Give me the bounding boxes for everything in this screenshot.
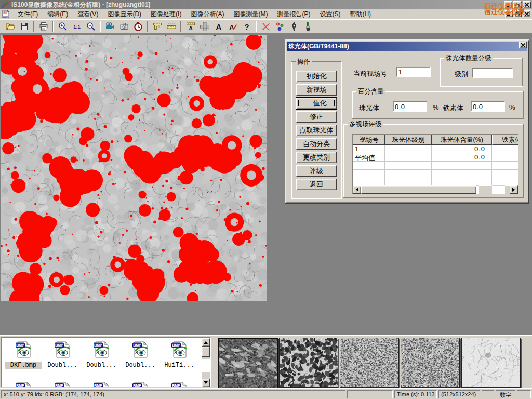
menu-item[interactable]: 图像测量(M) <box>229 9 272 20</box>
table-row[interactable] <box>353 170 518 178</box>
mode-panel: 数字 <box>496 390 515 398</box>
table-header[interactable]: 珠光体级别 <box>385 135 432 145</box>
operations-group-label: 操作 <box>296 58 312 66</box>
bmp-file-icon: BMP <box>170 352 188 361</box>
current-field-input[interactable] <box>396 66 431 77</box>
file-item-partial[interactable]: BMP <box>122 380 159 387</box>
menu-item[interactable]: 编辑(E) <box>43 9 73 20</box>
snapshot-button[interactable] <box>117 20 131 33</box>
actual-size-button[interactable]: 1:1 <box>70 20 84 33</box>
file-item[interactable]: BMPHuiTi... <box>161 340 198 369</box>
menu-item[interactable]: 测量报告(P) <box>272 9 315 20</box>
child-restore-button[interactable] <box>514 10 522 17</box>
sample-thumb-4[interactable] <box>401 338 460 388</box>
svg-text:BMP: BMP <box>55 343 63 347</box>
print-button[interactable] <box>36 20 50 33</box>
file-scroll-up[interactable] <box>202 338 210 347</box>
document-icon[interactable]: DOC <box>2 10 10 18</box>
op-button[interactable]: 评级 <box>296 165 337 177</box>
table-header[interactable]: 珠光体含量(%) <box>432 135 492 145</box>
scrollbar-thumb[interactable] <box>361 185 476 194</box>
zoom-in-button[interactable] <box>56 20 70 33</box>
save-button[interactable] <box>17 20 31 33</box>
text-tool-button[interactable]: A <box>211 20 225 33</box>
op-button[interactable]: 更改类别 <box>296 152 337 163</box>
sample-thumb-5[interactable] <box>461 338 521 388</box>
grid-tool-icon <box>200 21 210 32</box>
file-item-partial[interactable]: BMP <box>44 380 81 387</box>
zoom-out-button[interactable] <box>84 20 98 33</box>
file-item-partial[interactable]: BMP <box>83 380 120 387</box>
file-scroll-track[interactable] <box>202 357 210 379</box>
annotate-button[interactable]: A <box>225 20 240 33</box>
table-header[interactable]: 视场号 <box>353 135 385 145</box>
scrollbar-track[interactable] <box>476 185 510 194</box>
table-cell: 1 <box>353 145 385 153</box>
menu-item[interactable]: 图像处理(I) <box>146 9 186 20</box>
timer-button[interactable] <box>131 20 145 33</box>
menu-item[interactable]: 查看(V) <box>73 9 103 20</box>
time-panel: Time (s): 0.113 <box>394 390 437 398</box>
op-button[interactable]: 初始化 <box>296 71 337 82</box>
scroll-left-button[interactable] <box>353 185 361 194</box>
ferrite-input[interactable] <box>471 101 505 112</box>
op-button[interactable]: 返回 <box>296 179 337 190</box>
file-scrollbar[interactable] <box>202 338 210 387</box>
caliper-button[interactable] <box>150 20 164 33</box>
toolbar-separator <box>52 21 54 32</box>
micrograph-canvas[interactable] <box>1 35 267 301</box>
file-scroll-thumb[interactable] <box>202 347 210 357</box>
svg-text:A: A <box>216 22 221 31</box>
help-button[interactable]: ? <box>240 20 254 33</box>
sample-thumb-3[interactable] <box>340 338 399 388</box>
file-item[interactable]: BMPDoubl... <box>83 340 120 369</box>
pearlite-input[interactable] <box>393 101 427 112</box>
op-button[interactable]: 修正 <box>296 111 337 123</box>
op-button[interactable]: 自动分类 <box>296 138 337 150</box>
pen-tool-button[interactable] <box>287 20 301 33</box>
file-name: HuiTi... <box>161 362 198 369</box>
curve-tool-button[interactable] <box>259 20 273 33</box>
bmp-file-icon: BMP <box>92 352 110 361</box>
multi-field-group-label: 多视场评级 <box>348 120 383 129</box>
file-item-partial[interactable]: BMP <box>161 380 198 387</box>
timer-icon <box>133 21 143 32</box>
file-item-partial[interactable]: BMP <box>5 380 42 387</box>
file-scroll-down[interactable] <box>202 379 210 387</box>
menu-item[interactable]: 文件(F) <box>13 9 43 20</box>
video-camera-button[interactable] <box>103 20 117 33</box>
menu-item[interactable]: 帮助(H) <box>345 9 376 20</box>
file-item[interactable]: BMPDKF.bmp <box>5 340 42 369</box>
application-window: IS100显微摄像系统(金相分析版) - [zhuguangti01] 宿迁仪器… <box>0 0 532 399</box>
table-row[interactable] <box>353 162 518 170</box>
brush-tool-button[interactable] <box>301 20 315 33</box>
op-button[interactable]: 点取珠光体 <box>296 125 337 136</box>
dialog-close-button[interactable] <box>519 42 527 48</box>
grid-tool-button[interactable] <box>197 20 211 33</box>
file-item[interactable]: BMPDoubl... <box>44 340 81 369</box>
menu-item[interactable]: 图像显示(D) <box>103 9 146 20</box>
table-header[interactable]: 铁素体含量(%) <box>492 135 518 145</box>
table-horizontal-scrollbar[interactable] <box>353 185 518 194</box>
classify-tool-button[interactable]: 123 <box>273 20 287 33</box>
sample-thumb-1[interactable] <box>218 338 278 389</box>
cursor-position-panel: x: 510 y: 79 idx: 0 RGB: (174, 174, 174) <box>1 390 345 398</box>
menu-item[interactable]: 设置(S) <box>315 9 345 20</box>
help-icon: ? <box>242 21 252 32</box>
grade-input[interactable] <box>472 68 513 78</box>
op-button[interactable]: 新视场 <box>296 84 337 96</box>
ruler-button[interactable] <box>164 20 178 33</box>
scroll-right-button[interactable] <box>510 185 518 194</box>
open-button[interactable] <box>3 20 17 33</box>
file-item[interactable]: BMPDoubl... <box>122 340 159 369</box>
table-row[interactable]: 10.0 <box>353 145 518 153</box>
sample-thumb-2[interactable] <box>279 338 338 388</box>
child-close-button[interactable] <box>523 10 530 17</box>
op-button[interactable]: 二值化 <box>296 98 337 109</box>
table-row[interactable]: 平均值0.0 <box>353 153 518 162</box>
table-cell <box>432 162 492 170</box>
measure-text-button[interactable]: A <box>183 20 197 33</box>
dialog-title: 珠光体(GB/T9441-88) <box>288 42 349 51</box>
menu-item[interactable]: 图像分析(A) <box>186 9 229 20</box>
child-minimize-button[interactable] <box>505 10 513 17</box>
